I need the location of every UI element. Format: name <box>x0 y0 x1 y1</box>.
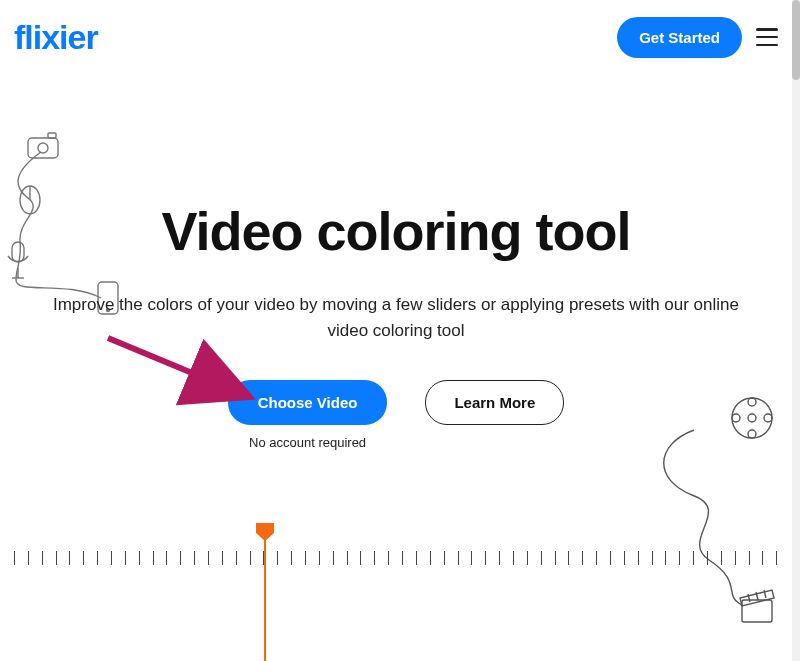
timeline-tick <box>139 551 140 565</box>
timeline-tick <box>735 551 736 565</box>
timeline-tick <box>97 551 98 565</box>
svg-rect-2 <box>48 133 56 138</box>
svg-point-11 <box>732 398 772 438</box>
timeline-tick <box>28 551 29 565</box>
header: flixier Get Started <box>0 12 792 62</box>
timeline-tick <box>721 551 722 565</box>
timeline-tick <box>638 551 639 565</box>
timeline-tick <box>180 551 181 565</box>
svg-point-14 <box>748 430 756 438</box>
playhead-icon[interactable] <box>254 521 276 543</box>
hamburger-menu-icon[interactable] <box>756 28 778 46</box>
timeline-tick <box>485 551 486 565</box>
timeline-tick <box>69 551 70 565</box>
svg-point-12 <box>748 414 756 422</box>
svg-rect-0 <box>28 138 58 158</box>
timeline-tick <box>610 551 611 565</box>
timeline-tick <box>527 551 528 565</box>
timeline-tick <box>305 551 306 565</box>
timeline-tick <box>693 551 694 565</box>
choose-video-button[interactable]: Choose Video <box>228 380 388 425</box>
timeline-tick <box>374 551 375 565</box>
get-started-button[interactable]: Get Started <box>617 17 742 58</box>
timeline-tick <box>236 551 237 565</box>
timeline-tick <box>333 551 334 565</box>
learn-more-button[interactable]: Learn More <box>425 380 564 425</box>
timeline-tick <box>430 551 431 565</box>
timeline-tick <box>444 551 445 565</box>
timeline-tick <box>541 551 542 565</box>
svg-point-1 <box>38 143 48 153</box>
timeline-tick <box>749 551 750 565</box>
timeline-tick <box>499 551 500 565</box>
timeline-tick <box>263 551 264 565</box>
timeline-tick <box>776 551 777 565</box>
hero-subtitle: Improve the colors of your video by movi… <box>46 292 746 345</box>
timeline-tick <box>471 551 472 565</box>
timeline-tick <box>56 551 57 565</box>
timeline-tick <box>596 551 597 565</box>
timeline-tick <box>277 551 278 565</box>
timeline-tick <box>347 551 348 565</box>
vertical-scrollbar[interactable] <box>792 0 800 661</box>
timeline-tick <box>762 551 763 565</box>
timeline-tick <box>319 551 320 565</box>
timeline-tick <box>665 551 666 565</box>
timeline-tick <box>582 551 583 565</box>
timeline-tick <box>624 551 625 565</box>
timeline-tick <box>568 551 569 565</box>
timeline-tick <box>652 551 653 565</box>
logo[interactable]: flixier <box>14 18 98 57</box>
timeline-tick <box>83 551 84 565</box>
timeline-tick <box>555 551 556 565</box>
timeline-tick <box>388 551 389 565</box>
timeline-tick <box>194 551 195 565</box>
no-account-text: No account required <box>249 435 366 450</box>
timeline-tick <box>153 551 154 565</box>
timeline-tick <box>291 551 292 565</box>
timeline-tick <box>402 551 403 565</box>
timeline-tick <box>125 551 126 565</box>
timeline-tick <box>513 551 514 565</box>
timeline-tick <box>14 551 15 565</box>
svg-point-13 <box>748 398 756 406</box>
timeline-tick <box>416 551 417 565</box>
svg-point-16 <box>764 414 772 422</box>
timeline-tick <box>208 551 209 565</box>
timeline-ruler <box>0 521 792 601</box>
timeline-tick <box>222 551 223 565</box>
timeline-tick <box>111 551 112 565</box>
timeline-tick <box>707 551 708 565</box>
timeline-ticks <box>0 551 792 571</box>
timeline-tick <box>360 551 361 565</box>
hero-title: Video coloring tool <box>40 200 752 262</box>
scrollbar-thumb[interactable] <box>792 0 800 80</box>
cta-col-primary: Choose Video No account required <box>228 380 388 450</box>
timeline-tick <box>458 551 459 565</box>
timeline-tick <box>42 551 43 565</box>
svg-point-15 <box>732 414 740 422</box>
svg-rect-17 <box>742 600 772 622</box>
cta-col-secondary: Learn More <box>425 380 564 425</box>
timeline-tick <box>679 551 680 565</box>
timeline-tick <box>166 551 167 565</box>
timeline-tick <box>250 551 251 565</box>
header-right: Get Started <box>617 17 778 58</box>
hero-section: Video coloring tool Improve the colors o… <box>0 200 792 345</box>
